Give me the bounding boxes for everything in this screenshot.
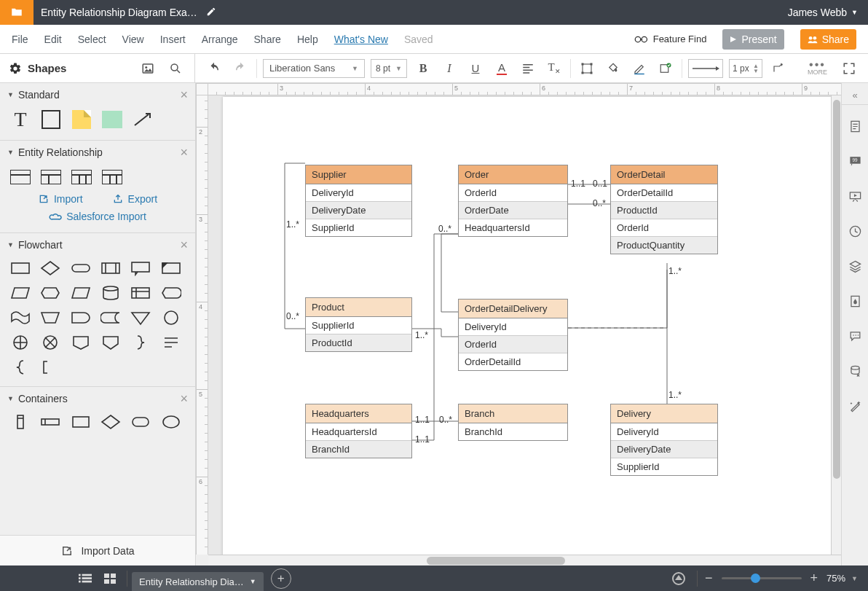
- menu-arrange[interactable]: Arrange: [202, 34, 238, 45]
- fc-predefined[interactable]: [100, 259, 121, 277]
- fc-merge[interactable]: [130, 309, 151, 326]
- border-color-icon[interactable]: [629, 58, 650, 79]
- viewport[interactable]: Supplier DeliveryId DeliveryDate Supplie…: [208, 95, 841, 555]
- fc-offpage2[interactable]: [100, 334, 121, 351]
- horizontal-scrollbar[interactable]: [208, 555, 841, 565]
- font-select[interactable]: Liberation Sans▼: [263, 59, 365, 78]
- fc-note-lines[interactable]: [161, 334, 181, 351]
- section-head-flowchart[interactable]: ▼Flowchart×: [0, 233, 195, 257]
- dock-page-icon[interactable]: [843, 114, 867, 138]
- zoom-value[interactable]: 75%: [826, 573, 845, 584]
- shape-block[interactable]: [102, 111, 122, 128]
- shape-options-icon[interactable]: [655, 58, 676, 79]
- text-color-button[interactable]: A: [492, 58, 512, 79]
- underline-button[interactable]: U: [465, 58, 486, 79]
- fc-or[interactable]: [10, 334, 31, 351]
- er-shape-3[interactable]: [71, 168, 92, 186]
- close-icon[interactable]: ×: [180, 240, 188, 249]
- search-icon[interactable]: [165, 58, 186, 79]
- zoom-out-button[interactable]: −: [702, 571, 716, 586]
- menu-share[interactable]: Share: [254, 34, 281, 45]
- edit-title-icon[interactable]: [206, 7, 216, 19]
- fc-stored-data[interactable]: [100, 309, 121, 326]
- fc-manual-op[interactable]: [40, 309, 60, 326]
- entity-supplier[interactable]: Supplier DeliveryId DeliveryDate Supplie…: [305, 165, 412, 237]
- cont-1[interactable]: [10, 413, 31, 431]
- entity-delivery[interactable]: Delivery DeliveryId DeliveryDate Supplie…: [610, 404, 718, 476]
- dock-layers-icon[interactable]: [843, 254, 867, 278]
- fc-parallelogram[interactable]: [71, 284, 91, 302]
- font-size-select[interactable]: 8 pt▼: [371, 59, 407, 78]
- er-shape-1[interactable]: [10, 168, 31, 186]
- entity-order-detail-delivery[interactable]: OrderDetailDelivery DeliveryId OrderId O…: [458, 299, 568, 371]
- close-icon[interactable]: ×: [180, 394, 188, 403]
- fc-display[interactable]: [161, 284, 181, 302]
- line-route-icon[interactable]: [768, 58, 789, 79]
- fc-brace-left[interactable]: [10, 359, 31, 376]
- fc-bracket[interactable]: [40, 359, 60, 376]
- shape-arrow[interactable]: [133, 111, 153, 128]
- section-head-containers[interactable]: ▼Containers×: [0, 387, 195, 410]
- redo-button[interactable]: [230, 58, 250, 79]
- present-button[interactable]: Present: [722, 29, 784, 50]
- fc-brace-right[interactable]: [130, 334, 151, 351]
- section-head-er[interactable]: ▼Entity Relationship×: [0, 141, 195, 164]
- section-head-standard[interactable]: ▼Standard×: [0, 83, 195, 106]
- line-style-select[interactable]: [688, 59, 723, 78]
- shape-bounds-icon[interactable]: [577, 58, 597, 79]
- fc-cylinder[interactable]: [100, 284, 121, 302]
- image-icon[interactable]: [138, 58, 158, 79]
- er-shape-4[interactable]: [102, 168, 122, 186]
- menu-select[interactable]: Select: [78, 34, 106, 45]
- close-icon[interactable]: ×: [180, 90, 188, 99]
- dock-present-icon[interactable]: [843, 184, 867, 208]
- cont-3[interactable]: [71, 413, 91, 431]
- fc-internal-storage[interactable]: [130, 284, 151, 302]
- export-link[interactable]: Export: [112, 193, 157, 205]
- entity-product[interactable]: Product SupplierId ProductId: [305, 297, 412, 352]
- add-page-button[interactable]: +: [271, 568, 291, 589]
- document-title[interactable]: Entity Relationship Diagram Exa…: [41, 7, 197, 18]
- clear-format-button[interactable]: T✕: [544, 58, 564, 79]
- entity-branch[interactable]: Branch BranchId: [458, 404, 568, 441]
- align-button[interactable]: [518, 58, 538, 79]
- menu-edit[interactable]: Edit: [44, 34, 62, 45]
- feature-find[interactable]: Feature Find: [634, 34, 707, 44]
- zoom-in-button[interactable]: +: [808, 571, 821, 586]
- folder-icon[interactable]: [0, 0, 33, 25]
- fc-callout[interactable]: [130, 259, 151, 277]
- fc-rect[interactable]: [10, 259, 31, 277]
- vertical-scrollbar[interactable]: [831, 95, 841, 555]
- cont-5[interactable]: [130, 413, 151, 431]
- autosave-icon[interactable]: [672, 572, 685, 585]
- shape-square[interactable]: [41, 111, 61, 128]
- dock-history-icon[interactable]: [843, 219, 867, 243]
- cont-4[interactable]: [100, 413, 121, 431]
- fc-diamond[interactable]: [40, 259, 60, 277]
- entity-headquarters[interactable]: Headquarters HeadquartersId BranchId: [305, 404, 412, 458]
- dock-comment-icon[interactable]: 99: [843, 149, 867, 173]
- paper[interactable]: Supplier DeliveryId DeliveryDate Supplie…: [223, 97, 835, 555]
- fc-hexagon[interactable]: [40, 284, 60, 302]
- italic-button[interactable]: I: [439, 58, 459, 79]
- grid-view-icon[interactable]: [98, 565, 122, 591]
- page-tab[interactable]: Entity Relationship Dia…▼: [132, 572, 264, 591]
- import-link[interactable]: Import: [38, 193, 83, 205]
- entity-order-detail[interactable]: OrderDetail OrderDetailId ProductId Orde…: [610, 165, 718, 254]
- shape-note[interactable]: [71, 111, 92, 128]
- dock-data-icon[interactable]: [843, 359, 867, 383]
- fc-tape[interactable]: [10, 309, 31, 326]
- fullscreen-icon[interactable]: [839, 58, 859, 79]
- bold-button[interactable]: B: [413, 58, 433, 79]
- salesforce-import-link[interactable]: Salesforce Import: [49, 211, 146, 222]
- share-button[interactable]: Share: [800, 29, 856, 50]
- user-menu[interactable]: James Webb ▼: [788, 7, 858, 18]
- shape-text[interactable]: T: [10, 111, 31, 128]
- fc-card[interactable]: [161, 259, 181, 277]
- fc-delay[interactable]: [71, 309, 91, 326]
- collapse-dock-icon[interactable]: «: [842, 86, 868, 105]
- list-view-icon[interactable]: [73, 565, 98, 591]
- fill-color-icon[interactable]: [603, 58, 623, 79]
- entity-order[interactable]: Order OrderId OrderDate HeadquartersId: [458, 165, 568, 237]
- menu-view[interactable]: View: [122, 34, 144, 45]
